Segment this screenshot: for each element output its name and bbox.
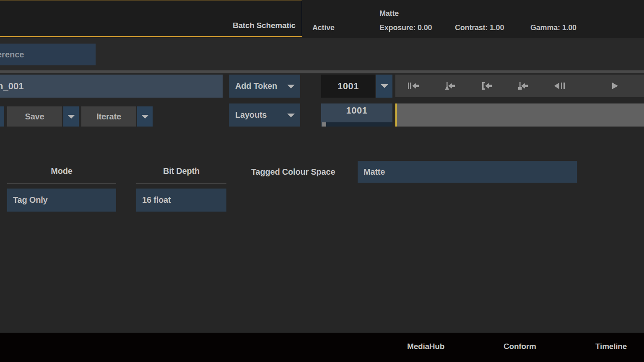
save-button-label: Save	[25, 112, 44, 122]
previous-marker-button[interactable]	[444, 82, 457, 90]
iterate-button[interactable]: Iterate	[81, 106, 136, 127]
tab-mediahub[interactable]: MediaHub	[407, 342, 444, 351]
timeline-frame-indicator[interactable]: 1001	[321, 103, 392, 127]
bit-depth-value: 16 float	[142, 195, 171, 205]
timeline-scrollbar-thumb[interactable]	[322, 122, 326, 127]
timeline-frame-value: 1001	[321, 105, 392, 116]
tab-batch-schematic-label: Batch Schematic	[233, 21, 296, 30]
previous-keyframe-icon	[518, 82, 528, 90]
chevron-down-icon	[141, 115, 149, 119]
save-button[interactable]: Save	[7, 106, 62, 127]
tab-batch-schematic[interactable]: Batch Schematic	[0, 0, 302, 37]
secondary-strip	[0, 38, 644, 70]
tagged-colour-space-label: Tagged Colour Space	[251, 167, 335, 177]
bit-depth-label: Bit Depth	[136, 166, 226, 176]
layouts-dropdown[interactable]: Layouts	[229, 103, 300, 127]
step-back-icon	[554, 83, 565, 89]
clipped-button-edge[interactable]	[0, 106, 4, 127]
horizontal-separator	[0, 70, 644, 73]
step-back-button[interactable]	[554, 82, 567, 90]
add-token-label: Add Token	[235, 81, 277, 91]
chevron-down-icon	[287, 85, 295, 88]
tagged-colour-space-value: Matte	[364, 167, 385, 177]
contrast-value[interactable]: Contrast: 1.00	[455, 23, 504, 32]
layouts-label: Layouts	[235, 110, 267, 120]
goto-start-icon	[408, 83, 419, 89]
active-label[interactable]: Active	[312, 23, 335, 32]
bit-depth-dropdown[interactable]: 16 float	[136, 189, 226, 212]
goto-start-button[interactable]	[408, 82, 421, 90]
gamma-value[interactable]: Gamma: 1.00	[530, 23, 576, 32]
view-mode-label[interactable]: Matte	[379, 9, 399, 18]
frame-number-field[interactable]: 1001	[321, 75, 375, 98]
mode-divider	[7, 183, 116, 184]
tagged-colour-space-field[interactable]: Matte	[358, 161, 577, 183]
add-token-dropdown[interactable]: Add Token	[229, 75, 300, 98]
mode-value: Tag Only	[13, 195, 47, 205]
reference-button[interactable]: erence	[0, 44, 96, 65]
timeline-bar[interactable]	[397, 103, 644, 127]
tab-timeline[interactable]: Timeline	[595, 342, 627, 351]
chevron-down-icon	[68, 115, 75, 119]
iterate-button-label: Iterate	[96, 112, 121, 122]
iterate-options-dropdown-button[interactable]	[137, 106, 153, 127]
mode-dropdown[interactable]: Tag Only	[7, 189, 116, 212]
reference-button-label: erence	[0, 50, 24, 59]
batch-name-input[interactable]: n_001	[0, 75, 223, 98]
save-options-dropdown-button[interactable]	[63, 106, 79, 127]
play-icon	[612, 83, 618, 89]
chevron-down-icon	[287, 114, 295, 117]
previous-keyframe-button[interactable]	[517, 82, 530, 90]
tab-conform[interactable]: Conform	[504, 342, 536, 351]
batch-name-value: n_001	[0, 81, 23, 92]
chevron-down-icon	[381, 84, 388, 88]
frame-number-dropdown-button[interactable]	[376, 75, 392, 98]
bottom-tab-bar: MediaHub Conform Timeline	[0, 333, 644, 362]
goto-in-point-icon	[482, 82, 492, 90]
play-button[interactable]	[608, 82, 622, 90]
previous-marker-icon	[445, 82, 455, 90]
frame-number-value: 1001	[338, 81, 359, 92]
timeline-scrollbar-track[interactable]	[321, 122, 392, 127]
exposure-value[interactable]: Exposure: 0.00	[379, 23, 432, 32]
bit-depth-divider	[136, 183, 226, 184]
goto-in-point-button[interactable]	[480, 82, 494, 90]
transport-bar	[395, 75, 644, 97]
mode-label: Mode	[7, 166, 116, 176]
